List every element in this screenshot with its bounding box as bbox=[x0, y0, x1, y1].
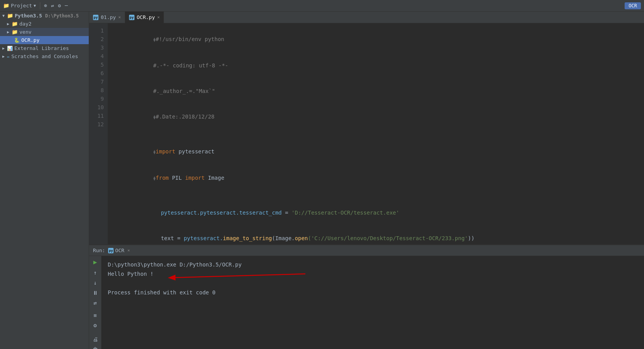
run-output-line-4: Process finished with exit code 0 bbox=[108, 288, 638, 297]
sidebar-item-label: External Libraries bbox=[14, 45, 69, 51]
run-print-button[interactable]: 🖨 bbox=[91, 336, 100, 342]
expand-arrow: ▶ bbox=[7, 30, 9, 34]
run-play-button[interactable]: ▶ bbox=[91, 258, 100, 266]
folder-icon: 📁 bbox=[3, 3, 9, 9]
py-icon: py bbox=[108, 248, 114, 253]
tab-close-button[interactable]: × bbox=[157, 15, 160, 20]
sidebar-item-python35[interactable]: ▼ 📁 Python3.5 D:\Python3.5 bbox=[0, 12, 89, 20]
gutter-icon-1: ⧫ bbox=[153, 37, 156, 42]
library-icon: 📊 bbox=[7, 46, 13, 51]
run-sidebar-icons: ▶ ↑ ↓ ⏸ ⇄ ≡ ⚙ 🖨 🗑 bbox=[89, 256, 102, 349]
equalizer-icon: ⇌ bbox=[51, 3, 54, 9]
expand-arrow: ▶ bbox=[2, 54, 5, 58]
run-down-button[interactable]: ↓ bbox=[91, 280, 100, 286]
run-panel-content: ▶ ↑ ↓ ⏸ ⇄ ≡ ⚙ 🖨 🗑 D:\python3\python.exe … bbox=[89, 256, 644, 349]
hello-text: Hello Python ! bbox=[108, 269, 153, 279]
project-label: Project bbox=[11, 3, 32, 9]
tab-label: 01.py bbox=[101, 14, 116, 20]
run-up-button[interactable]: ↑ bbox=[91, 270, 100, 276]
sidebar-item-scratches[interactable]: ▶ ✏️ Scratches and Consoles bbox=[0, 52, 89, 60]
tab-close-button[interactable]: × bbox=[118, 15, 121, 20]
gutter-icon-7: ⧫ bbox=[153, 176, 156, 181]
minimize-button[interactable]: ─ bbox=[65, 3, 68, 9]
python-file-icon: 🐍 bbox=[14, 38, 20, 43]
run-tab-label: OCR bbox=[115, 248, 124, 253]
gear-icon: ⚙ bbox=[58, 3, 61, 9]
tab-bar: py 01.py × py OCR.py × bbox=[89, 12, 644, 23]
minus-icon: ─ bbox=[65, 3, 68, 9]
gutter-icon-6: ⧫ bbox=[153, 150, 156, 155]
tab-01py[interactable]: py 01.py × bbox=[89, 12, 125, 23]
run-tab-close-button[interactable]: × bbox=[127, 248, 130, 253]
sidebar-item-label: day2 bbox=[19, 21, 31, 27]
code-content[interactable]: ⧫#!/usr/bin/env python #.-*- coding: utf… bbox=[108, 23, 644, 244]
expand-arrow: ▶ bbox=[7, 22, 9, 26]
folder-icon: 📁 bbox=[12, 21, 18, 27]
run-delete-button[interactable]: 🗑 bbox=[91, 346, 100, 349]
tab-label: OCR.py bbox=[137, 14, 155, 20]
code-line-10: text = pytesseract.image_to_string(Image… bbox=[114, 225, 638, 244]
line-numbers: 1 2 3 4 5 6 7 8 9 10 11 12 bbox=[89, 23, 108, 244]
py-icon: py bbox=[129, 15, 134, 20]
sidebar-item-venv[interactable]: ▶ 📁 venv bbox=[0, 28, 89, 36]
toolbar-divider bbox=[40, 2, 40, 9]
run-output-line-2: Hello Python ! bbox=[108, 269, 638, 279]
code-line-5 bbox=[114, 130, 638, 139]
run-filter-button[interactable]: ≡ bbox=[91, 312, 100, 318]
settings-button[interactable]: ⇌ bbox=[51, 3, 54, 9]
toolbar: 📁 Project ▼ ⊕ ⇌ ⚙ ─ OCR bbox=[0, 0, 644, 12]
sidebar-item-extlibs[interactable]: ▶ 📊 External Libraries bbox=[0, 44, 89, 52]
path-label: D:\Python3.5 bbox=[45, 13, 79, 19]
svg-line-1 bbox=[170, 274, 305, 278]
run-panel-tab-ocr[interactable]: py OCR × bbox=[108, 248, 130, 253]
sidebar: ▼ 📁 Python3.5 D:\Python3.5 ▶ 📁 day2 ▶ 📁 … bbox=[0, 12, 89, 349]
sidebar-item-ocrpy[interactable]: 🐍 OCR.py bbox=[0, 36, 89, 44]
ocr-label-top: OCR bbox=[625, 2, 641, 9]
code-line-3: #._author_.=."Max`" bbox=[114, 78, 638, 104]
sidebar-item-label: venv bbox=[19, 29, 31, 35]
expand-arrow: ▶ bbox=[2, 46, 5, 50]
run-output: D:\python3\python.exe D:/Python3.5/OCR.p… bbox=[102, 256, 644, 349]
code-line-1: ⧫#!/usr/bin/env python bbox=[114, 26, 638, 53]
editor-area: py 01.py × py OCR.py × 1 2 3 4 5 6 bbox=[89, 12, 644, 349]
run-wrap-button[interactable]: ⇄ bbox=[91, 300, 100, 306]
code-line-4: ⧫#.Date:.2018/12/28 bbox=[114, 104, 638, 130]
run-settings-button[interactable]: ⚙ bbox=[91, 322, 100, 328]
sidebar-item-label: Python3.5 bbox=[15, 13, 42, 19]
red-arrow-annotation bbox=[162, 266, 317, 285]
sidebar-item-day2[interactable]: ▶ 📁 day2 bbox=[0, 20, 89, 28]
folder-icon: 📁 bbox=[7, 13, 13, 19]
run-pause-button[interactable]: ⏸ bbox=[91, 290, 100, 296]
code-line-2: #.-*- coding: utf-8 -*- bbox=[114, 53, 638, 78]
config-button[interactable]: ⚙ bbox=[58, 3, 61, 9]
scratch-icon: ✏️ bbox=[7, 54, 10, 59]
sidebar-item-label: Scratches and Consoles bbox=[11, 53, 78, 59]
plus-circle-icon: ⊕ bbox=[44, 3, 47, 9]
run-panel: Run: py OCR × ▶ ↑ ↓ ⏸ ⇄ ≡ bbox=[89, 244, 644, 349]
run-label: Run: bbox=[93, 248, 105, 253]
code-line-8 bbox=[114, 191, 638, 200]
folder-icon: 📁 bbox=[12, 29, 18, 35]
sidebar-item-label: OCR.py bbox=[21, 37, 40, 43]
code-line-9: pytesseract.pytesseract.tesseract_cmd = … bbox=[114, 200, 638, 225]
code-editor[interactable]: 1 2 3 4 5 6 7 8 9 10 11 12 ⧫#!/usr/bin bbox=[89, 23, 644, 244]
project-menu[interactable]: 📁 Project ▼ bbox=[3, 3, 36, 9]
run-panel-header: Run: py OCR × bbox=[89, 245, 644, 256]
code-line-6: ⧫import pytesseract bbox=[114, 139, 638, 165]
code-line-7: ⧫from PIL import Image bbox=[114, 165, 638, 191]
expand-arrow: ▼ bbox=[2, 14, 5, 18]
add-config-button[interactable]: ⊕ bbox=[44, 3, 47, 9]
gutter-icon-4: ⧫ bbox=[153, 115, 156, 120]
tab-ocrpy[interactable]: py OCR.py × bbox=[125, 12, 164, 23]
py-icon: py bbox=[93, 15, 98, 20]
main-area: ▼ 📁 Python3.5 D:\Python3.5 ▶ 📁 day2 ▶ 📁 … bbox=[0, 12, 644, 349]
dropdown-arrow: ▼ bbox=[34, 3, 36, 8]
